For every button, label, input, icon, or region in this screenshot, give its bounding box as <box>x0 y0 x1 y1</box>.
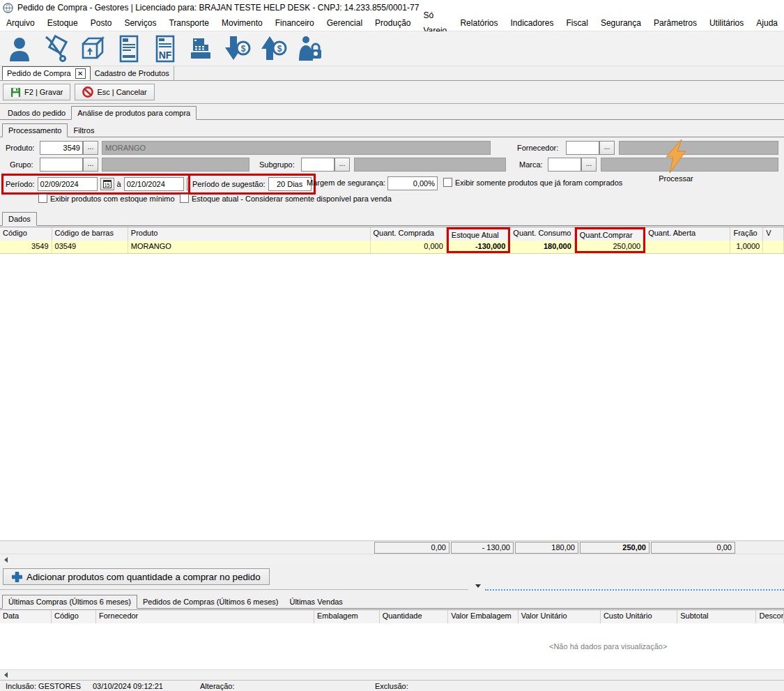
fornecedor-lookup-button[interactable]: ... <box>599 141 615 155</box>
processar-button[interactable]: Processar <box>648 139 704 188</box>
menu-item[interactable]: Fiscal <box>560 15 594 31</box>
produto-code-input[interactable]: 3549 <box>40 141 83 155</box>
grid-column-header[interactable]: Produto <box>128 227 371 241</box>
checkbox-icon[interactable] <box>180 194 189 203</box>
cancel-button[interactable]: Esc | Cancelar <box>75 84 154 100</box>
calendar-icon[interactable]: 15 <box>100 178 114 190</box>
tab-dados-do-pedido[interactable]: Dados do pedido <box>2 107 71 119</box>
save-label: F2 | Gravar <box>24 88 63 96</box>
grupo-lookup-button[interactable]: ... <box>83 158 98 172</box>
checkbox-icon[interactable] <box>443 178 452 187</box>
money-up-icon[interactable]: $ <box>256 33 290 65</box>
checkbox-estoque-atual[interactable]: Estoque atual - Considerar somente dispo… <box>180 194 392 203</box>
periodo-from-input[interactable]: 02/09/2024 <box>38 177 98 191</box>
menu-item[interactable]: Gerencial <box>321 15 369 31</box>
user-lock-icon[interactable] <box>293 33 326 65</box>
menu-item[interactable]: Estoque <box>41 15 84 31</box>
grid-cell: 3549 <box>0 241 52 253</box>
tab-ultimas-compras[interactable]: Últimas Compras (Últimos 6 meses) <box>2 595 137 609</box>
menu-item[interactable]: Produção <box>369 15 417 31</box>
menu-item[interactable]: Movimento <box>215 15 269 31</box>
tab-ultimas-vendas[interactable]: Últimas Vendas <box>284 595 348 608</box>
periodo-to-input[interactable]: 02/10/2024 <box>124 177 184 191</box>
grid-column-header[interactable]: Quant. Comprada <box>371 227 447 241</box>
produto-lookup-button[interactable]: ... <box>83 141 98 155</box>
add-products-button[interactable]: Adicionar produtos com quantidade a comp… <box>3 568 270 585</box>
marca-lookup-button[interactable]: ... <box>581 158 597 172</box>
tab-dados[interactable]: Dados <box>2 212 37 226</box>
empty-data-message: <Não há dados para visualização> <box>549 642 667 651</box>
grid-column-header[interactable]: V <box>763 227 784 241</box>
fornecedor-code-input[interactable] <box>566 141 599 155</box>
bottom-grid-column-header[interactable]: Custo Unitário <box>601 610 677 623</box>
menu-item[interactable]: Transporte <box>162 15 215 31</box>
tab-filtros[interactable]: Filtros <box>68 124 100 137</box>
menu-item[interactable]: Indicadores <box>504 15 560 31</box>
mdi-tab-label: Cadastro de Produtos <box>95 69 169 77</box>
menu-item[interactable]: Relatórios <box>454 15 504 31</box>
close-icon[interactable]: ✕ <box>75 68 86 79</box>
menu-item[interactable]: Parâmetros <box>647 15 703 31</box>
grid-total-cell: 0,00 <box>374 542 449 554</box>
grid-hscrollbar[interactable] <box>0 554 784 565</box>
menu-item[interactable]: Posto <box>84 15 118 31</box>
marca-code-input[interactable] <box>548 158 581 172</box>
checkbox-icon[interactable] <box>38 194 47 203</box>
scroll-left-icon[interactable] <box>0 670 12 681</box>
sugestao-input[interactable]: 20 Dias <box>268 177 312 191</box>
scroll-left-icon[interactable] <box>0 554 12 565</box>
menu-item[interactable]: Financeiro <box>269 15 321 31</box>
bottom-grid-column-header[interactable]: Descor <box>756 610 784 623</box>
grid-column-header[interactable]: Quant.Comprar <box>575 227 645 241</box>
tab-pedidos-de-compras[interactable]: Pedidos de Compras (Últimos 6 meses) <box>137 595 284 608</box>
splitter[interactable] <box>0 587 784 593</box>
tab-analise-de-produtos[interactable]: Análise de produtos para compra <box>71 106 197 120</box>
lightning-icon <box>661 139 691 173</box>
bottom-grid-column-header[interactable]: Código <box>52 610 96 623</box>
money-down-icon[interactable]: $ <box>220 33 254 65</box>
bottom-hscrollbar[interactable] <box>0 669 784 680</box>
grid-column-header[interactable]: Fração <box>730 227 763 241</box>
bottom-grid-column-header[interactable]: Valor Unitário <box>518 610 601 623</box>
menu-item[interactable]: Arquivo <box>0 15 41 31</box>
menu-item[interactable]: Segurança <box>594 15 647 31</box>
grid-cell: 250,000 <box>575 241 645 253</box>
save-button[interactable]: F2 | Gravar <box>3 84 70 100</box>
checkbox-estoque-minimo[interactable]: Exibir produtos com estoque mínimo <box>38 194 175 203</box>
checkbox-ja-comprados[interactable]: Exibir somente produtos que já foram com… <box>443 178 622 187</box>
grid-selected-row[interactable]: 354903549MORANGO0,000-130,000180,000250,… <box>0 241 784 254</box>
splitter-line <box>0 589 468 590</box>
tab-processamento[interactable]: Processamento <box>2 123 68 137</box>
menu-bar: ArquivoEstoquePostoServiçosTransporteMov… <box>0 15 784 31</box>
periodo-separator: à <box>117 180 121 188</box>
grid-column-header[interactable]: Quant. Aberta <box>645 227 730 241</box>
sugestao-highlight-box: Período de sugestão: 20 Dias <box>188 174 316 195</box>
grid-column-header[interactable]: Código de barras <box>52 227 128 241</box>
grid-body-empty <box>0 254 784 540</box>
bottom-grid-column-header[interactable]: Quantidade <box>380 610 449 623</box>
nf-document-icon[interactable]: NF <box>148 33 181 65</box>
subgrupo-code-input[interactable] <box>301 158 335 172</box>
menu-item[interactable]: Utilitários <box>703 15 750 31</box>
grid-column-header[interactable]: Quant. Consumo <box>510 227 574 241</box>
mdi-tab-pedido-de-compra[interactable]: Pedido de Compra ✕ <box>2 66 91 80</box>
subgrupo-lookup-button[interactable]: ... <box>335 158 350 172</box>
menu-item[interactable]: Ajuda <box>750 15 784 31</box>
hand-truck-icon[interactable] <box>39 33 72 65</box>
product-box-icon[interactable] <box>75 33 109 65</box>
bottom-grid-column-header[interactable]: Embalagem <box>314 610 380 623</box>
grid-column-header[interactable]: Código <box>0 227 52 241</box>
invoice-icon[interactable] <box>112 33 145 65</box>
grupo-code-input[interactable] <box>40 158 83 172</box>
bottom-grid-column-header[interactable]: Data <box>0 610 52 623</box>
menu-item[interactable]: Serviços <box>118 15 162 31</box>
margem-input[interactable]: 0,00% <box>387 176 438 190</box>
grid-column-header[interactable]: Estoque Atual <box>447 227 510 241</box>
bottom-grid-column-header[interactable]: Subtotal <box>677 610 756 623</box>
customer-icon[interactable] <box>3 33 36 65</box>
mdi-tab-cadastro-de-produtos[interactable]: Cadastro de Produtos <box>91 66 174 80</box>
bottom-grid-column-header[interactable]: Valor Embalagem <box>448 610 518 623</box>
cash-register-icon[interactable] <box>184 33 217 65</box>
bottom-grid-column-header[interactable]: Fornecedor <box>96 610 314 623</box>
grid-total-cell: 180,00 <box>515 542 578 554</box>
